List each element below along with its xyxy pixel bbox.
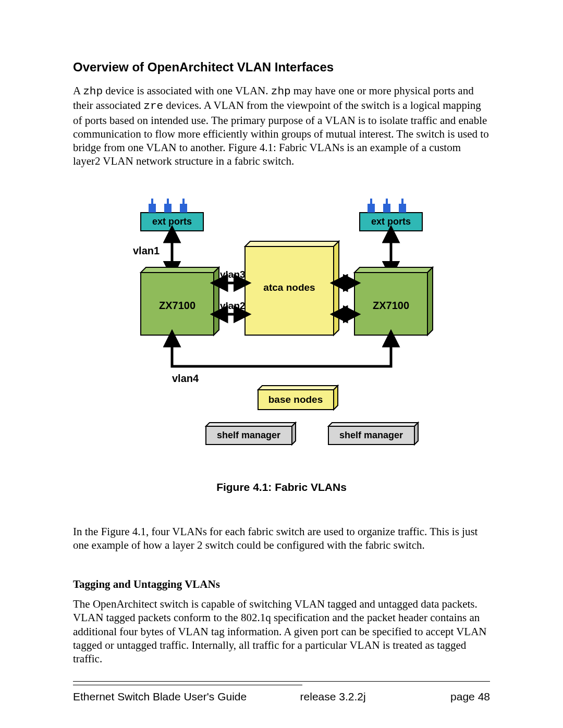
zx7100-left-box: ZX7100 — [141, 267, 219, 335]
svg-rect-4 — [167, 199, 169, 205]
document-page: Overview of OpenArchitect VLAN Interface… — [0, 0, 563, 728]
zx7100-right-box: ZX7100 — [354, 267, 433, 335]
subheading-tagging: Tagging and Untagging VLANs — [73, 578, 490, 591]
page-footer: Ethernet Switch Blade User's Guide relea… — [73, 690, 490, 703]
svg-marker-29 — [292, 423, 296, 445]
svg-marker-16 — [245, 241, 339, 246]
svg-rect-2 — [151, 199, 153, 205]
section-heading: Overview of OpenArchitect VLAN Interface… — [73, 60, 490, 75]
svg-rect-6 — [182, 199, 185, 205]
footer-rule-short — [73, 685, 302, 685]
figure-caption: Figure 4.1: Fabric VLANs — [104, 481, 459, 493]
svg-rect-12 — [399, 204, 406, 213]
footer-rule-full — [73, 681, 490, 682]
vlan3-label: vlan3 — [220, 269, 246, 280]
zx7100-left-label: ZX7100 — [159, 300, 195, 311]
svg-marker-20 — [214, 267, 219, 335]
svg-rect-13 — [401, 199, 403, 205]
svg-marker-31 — [328, 423, 418, 426]
footer-release: release 3.2.2j — [300, 690, 366, 703]
svg-marker-19 — [141, 267, 219, 273]
vlan1-label: vlan1 — [133, 245, 160, 256]
footer-page: page 48 — [450, 690, 490, 703]
svg-rect-9 — [370, 199, 372, 205]
svg-rect-8 — [368, 204, 375, 213]
svg-rect-10 — [383, 204, 390, 213]
ext-ports-left-label: ext ports — [152, 216, 192, 227]
figure-fabric-vlans: ext ports ext ports vlan1 — [104, 194, 459, 493]
svg-marker-23 — [427, 267, 433, 335]
svg-marker-25 — [258, 386, 338, 390]
footer-title: Ethernet Switch Blade User's Guide — [73, 690, 247, 703]
ext-ports-right: ext ports — [360, 199, 422, 231]
svg-rect-3 — [164, 204, 172, 213]
zx7100-right-label: ZX7100 — [373, 300, 409, 311]
svg-rect-5 — [180, 204, 187, 213]
base-nodes-label: base nodes — [268, 394, 323, 405]
atca-nodes-label: atca nodes — [263, 282, 315, 293]
svg-rect-11 — [386, 199, 388, 205]
shelf-manager-right-box: shelf manager — [328, 423, 418, 445]
vlan2-label: vlan2 — [220, 300, 246, 311]
code-zre: zre — [143, 100, 163, 112]
code-zhp: zhp — [271, 85, 291, 97]
shelf-manager-right-label: shelf manager — [339, 430, 403, 440]
intro-paragraph: A zhp device is associated with one VLAN… — [73, 84, 490, 168]
text: device is associated with one VLAN. — [103, 84, 271, 97]
arrow-vlan4 — [172, 338, 391, 366]
paragraph-after-figure: In the Figure 4.1, four VLANs for each f… — [73, 525, 490, 552]
svg-marker-26 — [334, 386, 338, 410]
atca-nodes-box: atca nodes — [245, 241, 339, 335]
paragraph-tagging: The OpenArchitect switch is capable of s… — [73, 597, 490, 665]
svg-rect-1 — [149, 204, 156, 213]
ext-ports-left: ext ports — [141, 199, 203, 231]
shelf-manager-left-label: shelf manager — [217, 430, 280, 440]
svg-marker-22 — [354, 267, 433, 273]
vlan4-label: vlan4 — [172, 373, 199, 384]
shelf-manager-left-box: shelf manager — [206, 423, 296, 445]
svg-marker-28 — [206, 423, 296, 426]
svg-marker-32 — [414, 423, 418, 445]
code-zhp: zhp — [83, 85, 103, 97]
base-nodes-box: base nodes — [258, 386, 338, 410]
text: A — [73, 84, 83, 97]
ext-ports-right-label: ext ports — [371, 216, 411, 227]
svg-marker-17 — [334, 241, 339, 335]
